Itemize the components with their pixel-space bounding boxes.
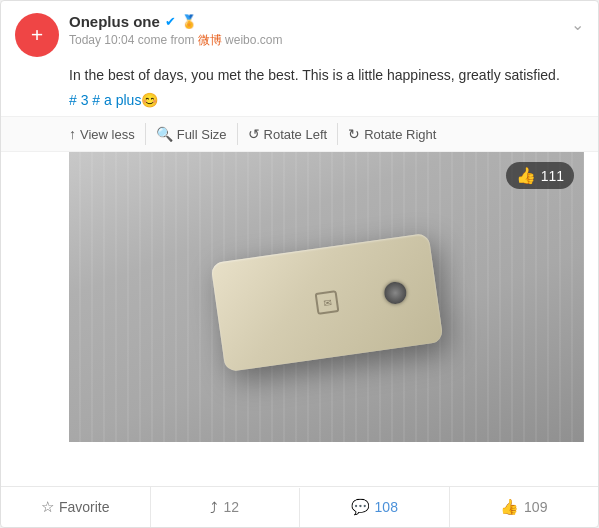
full-size-button[interactable]: 🔍 Full Size: [146, 123, 238, 145]
rotate-right-label: Rotate Right: [364, 127, 436, 142]
source-link[interactable]: 微博: [198, 33, 225, 47]
repost-count: 12: [223, 499, 239, 515]
like-icon: 👍: [500, 498, 519, 516]
favorite-label: Favorite: [59, 499, 110, 515]
post-content: In the best of days, you met the best. T…: [1, 65, 598, 116]
avatar[interactable]: +: [15, 13, 59, 57]
full-size-label: Full Size: [177, 127, 227, 142]
repost-icon: ⤴: [210, 499, 218, 516]
full-size-icon: 🔍: [156, 126, 173, 142]
like-button[interactable]: 👍 109: [450, 487, 599, 527]
view-less-label: View less: [80, 127, 135, 142]
post-tags[interactable]: # 3 # a plus😊: [69, 92, 584, 108]
expand-icon[interactable]: ⌄: [571, 13, 584, 34]
like-count: 111: [541, 168, 564, 184]
post-text: In the best of days, you met the best. T…: [69, 65, 584, 86]
repost-button[interactable]: ⤴ 12: [151, 488, 301, 527]
image-container: ✉ 👍 111: [69, 152, 584, 442]
image-toolbar: ↑ View less 🔍 Full Size ↺ Rotate Left ↻ …: [1, 116, 598, 152]
post-image: ✉: [69, 152, 584, 442]
user-name-row: Oneplus one ✔ 🏅: [69, 13, 561, 30]
like-badge[interactable]: 👍 111: [506, 162, 574, 189]
post-footer: ☆ Favorite ⤴ 12 💬 108 👍 109: [1, 486, 598, 527]
time-text: Today 10:04: [69, 33, 134, 47]
view-less-button[interactable]: ↑ View less: [69, 123, 146, 145]
verified-badge: ✔: [165, 14, 176, 29]
source-url: weibo.com: [225, 33, 282, 47]
post-meta: Oneplus one ✔ 🏅 Today 10:04 come from 微博…: [69, 13, 561, 49]
comment-icon: 💬: [351, 498, 370, 516]
rotate-left-icon: ↺: [248, 126, 260, 142]
source-name: 微博: [198, 33, 222, 47]
fan-badge: 🏅: [181, 14, 197, 29]
comment-button[interactable]: 💬 108: [300, 487, 450, 527]
avatar-symbol: +: [31, 22, 44, 48]
username[interactable]: Oneplus one: [69, 13, 160, 30]
rotate-left-label: Rotate Left: [264, 127, 328, 142]
thumb-up-icon: 👍: [516, 166, 536, 185]
star-icon: ☆: [41, 498, 54, 516]
source-prefix: come from: [138, 33, 195, 47]
like-footer-count: 109: [524, 499, 547, 515]
post-time: Today 10:04 come from 微博 weibo.com: [69, 32, 561, 49]
comment-count: 108: [375, 499, 398, 515]
post-card: + Oneplus one ✔ 🏅 Today 10:04 come from …: [0, 0, 599, 528]
phone-illustration: ✉: [210, 233, 443, 373]
favorite-button[interactable]: ☆ Favorite: [1, 487, 151, 527]
rotate-right-icon: ↻: [348, 126, 360, 142]
rotate-right-button[interactable]: ↻ Rotate Right: [338, 123, 446, 145]
view-less-icon: ↑: [69, 126, 76, 142]
phone-logo: ✉: [314, 290, 339, 315]
rotate-left-button[interactable]: ↺ Rotate Left: [238, 123, 339, 145]
post-header: + Oneplus one ✔ 🏅 Today 10:04 come from …: [1, 1, 598, 65]
